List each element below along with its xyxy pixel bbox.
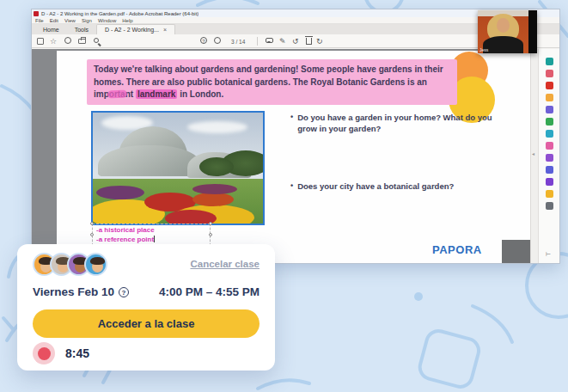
document-area: Today we're talking about gardens and ga… <box>32 49 559 263</box>
class-card: Cancelar clase Viernes Feb 10 ? 4:00 PM … <box>17 244 275 371</box>
window-title: D - A2 - 2 Working in the Garden.pdf - A… <box>41 11 198 16</box>
question-item: • Does your city have a botanical garden… <box>290 181 507 192</box>
cloud-shape <box>187 121 247 133</box>
cancel-class-link[interactable]: Cancelar clase <box>190 259 260 269</box>
date-help-icon[interactable]: ? <box>119 287 129 297</box>
comment-icon[interactable] <box>266 38 273 43</box>
tab-document[interactable]: D - A2 - 2 Working... × <box>96 24 175 34</box>
annotation-line: -a reference point <box>96 236 154 243</box>
pencil-icon[interactable]: ✎ <box>279 37 286 46</box>
bullet-dot: • <box>290 181 293 192</box>
menu-edit[interactable]: Edit <box>50 18 58 23</box>
flower-bed-purple <box>96 186 144 199</box>
search-icon[interactable] <box>94 38 99 43</box>
menu-window[interactable]: Window <box>98 18 116 23</box>
record-indicator <box>33 342 55 364</box>
flower-bed-orange <box>192 193 234 206</box>
cloud-icon[interactable] <box>64 37 71 44</box>
selection-handle[interactable] <box>209 233 212 236</box>
menu-sign[interactable]: Sign <box>82 18 92 23</box>
slide-page: Today we're talking about gardens and ga… <box>57 51 532 263</box>
menu-view[interactable]: View <box>64 18 76 23</box>
papora-logo: PAPORA <box>432 243 482 256</box>
menu-help[interactable]: Help <box>122 18 132 23</box>
scribble-annotation: orta <box>109 89 125 99</box>
annotation-line: -a historical place <box>96 226 155 234</box>
help-icon[interactable]: ? <box>200 37 207 44</box>
sidebar-tool-icon[interactable] <box>546 70 553 77</box>
panel-toggle-icon[interactable]: ⊢ <box>546 251 551 258</box>
sidebar-tool-icon[interactable] <box>546 202 553 210</box>
garden-image[interactable] <box>91 111 265 225</box>
bullet-dot: • <box>290 112 293 134</box>
countdown-timer: 8:45 <box>65 346 89 360</box>
sidebar-tool-icon[interactable] <box>546 82 553 89</box>
sidebar-tool-icon[interactable] <box>546 154 553 162</box>
webcam-tile[interactable]: Jess <box>478 10 537 53</box>
sidebar-tool-icon[interactable] <box>546 94 553 101</box>
sidebar-tool-icon[interactable] <box>546 166 553 174</box>
right-tools-panel: ◂ ⊢ <box>538 49 559 263</box>
question-list: • Do you have a garden in your home? Wha… <box>290 112 507 192</box>
star-icon[interactable]: ☆ <box>50 37 57 46</box>
selection-handle[interactable] <box>209 222 212 225</box>
tab-home[interactable]: Home <box>35 25 67 34</box>
selection-handle[interactable] <box>90 222 94 225</box>
menu-file[interactable]: File <box>35 18 44 23</box>
redo-icon[interactable]: ↻ <box>316 37 323 46</box>
panel-collapse-icon[interactable]: ◂ <box>532 150 534 156</box>
sidebar-tool-icon[interactable] <box>546 142 553 150</box>
class-time: 4:00 PM – 4:55 PM <box>159 285 260 298</box>
class-date: Viernes Feb 10 <box>33 285 114 298</box>
student-avatars <box>33 253 107 276</box>
acrobat-app-icon <box>34 11 39 16</box>
undo-icon[interactable]: ↺ <box>292 37 299 46</box>
teacher-face <box>497 18 510 33</box>
trees <box>199 157 234 176</box>
join-class-button[interactable]: Acceder a la clase <box>33 309 260 338</box>
flower-bed-purple <box>192 184 237 194</box>
schedule-row: Viernes Feb 10 ? 4:00 PM – 4:55 PM <box>33 285 260 298</box>
sidebar-tool-icon[interactable] <box>546 178 553 186</box>
sidebar-tool-icon[interactable] <box>546 106 553 113</box>
tab-tools[interactable]: Tools <box>67 25 96 34</box>
paragraph-text: in London. <box>177 89 223 99</box>
video-tile-camera-off <box>502 240 532 263</box>
text-cursor <box>154 236 155 242</box>
trash-icon[interactable] <box>306 38 312 45</box>
save-icon[interactable] <box>37 38 44 45</box>
webcam-name-label: Jess <box>479 47 488 52</box>
text-annotation-box[interactable]: -a historical place -a reference point <box>92 224 211 246</box>
highlighted-paragraph: Today we're talking about gardens and ga… <box>87 59 457 105</box>
print-icon[interactable] <box>78 39 86 44</box>
sidebar-tool-icon[interactable] <box>546 58 553 65</box>
question-text: Does your city have a botanical garden? <box>297 181 454 192</box>
record-dot-icon <box>38 347 51 360</box>
status-icon[interactable] <box>214 37 221 44</box>
question-item: • Do you have a garden in your home? Wha… <box>290 112 507 134</box>
sidebar-tool-icon[interactable] <box>546 118 553 126</box>
paragraph-text: orta <box>109 89 125 99</box>
toolbar-divider <box>257 37 258 46</box>
selection-handle[interactable] <box>90 233 94 236</box>
teacher-shirt <box>483 36 523 53</box>
timer-row: 8:45 <box>33 342 89 364</box>
page-indicator[interactable]: 3 / 14 <box>231 39 245 45</box>
avatar[interactable] <box>84 253 107 276</box>
question-text: Do you have a garden in your home? What … <box>297 112 507 134</box>
sidebar-tool-icon[interactable] <box>546 190 553 198</box>
landmark-highlight: landmark <box>136 89 177 99</box>
sidebar-tool-icon[interactable] <box>546 130 553 138</box>
greenhouse-wing <box>98 145 201 176</box>
tab-close-icon[interactable]: × <box>163 27 167 33</box>
tab-document-label: D - A2 - 2 Working... <box>105 27 159 33</box>
